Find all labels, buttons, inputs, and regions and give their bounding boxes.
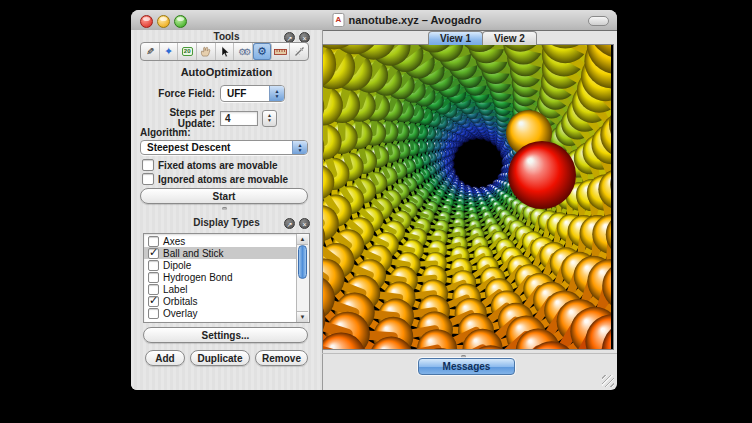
add-button[interactable]: Add (145, 350, 185, 366)
auto-rotate-tool-button[interactable]: ⚙⚙ (234, 43, 253, 60)
avogadro-window: A nanotube.xyz – Avogadro Tools ↗ × ✎ ✦ … (131, 10, 617, 390)
force-field-label: Force Field: (131, 88, 215, 99)
hand-icon (200, 46, 211, 57)
list-item-hydrogen-bond[interactable]: Hydrogen Bond (144, 271, 297, 283)
float-panel-icon[interactable]: ↗ (284, 218, 295, 229)
fixed-atoms-label: Fixed atoms are movable (158, 160, 278, 171)
list-item-label[interactable]: Label (144, 283, 297, 295)
algorithm-popup[interactable]: Steepest Descent (140, 140, 308, 155)
pencil-icon: ✎ (146, 46, 154, 57)
start-button[interactable]: Start (140, 188, 308, 204)
titlebar[interactable]: A nanotube.xyz – Avogadro (131, 10, 617, 31)
navigate-star-icon: ✦ (164, 45, 173, 58)
list-scrollbar[interactable]: ▲ ▼ (296, 234, 309, 322)
document-icon: A (332, 13, 344, 27)
left-dock: Tools ↗ × ✎ ✦ 20 ⚙⚙ ⚙ (131, 30, 323, 390)
tool-toolbar: ✎ ✦ 20 ⚙⚙ ⚙ (140, 42, 309, 61)
tab-view-2[interactable]: View 2 (482, 31, 537, 45)
list-item-ball-and-stick[interactable]: Ball and Stick (144, 247, 297, 259)
auto-optimize-tool-button[interactable]: ⚙ (253, 43, 272, 60)
autoopt-title: AutoOptimization (131, 66, 322, 78)
remove-button[interactable]: Remove (255, 350, 308, 366)
display-types-header: Display Types ↗ × (131, 216, 322, 231)
close-panel-icon[interactable]: × (299, 218, 310, 229)
display-types-list: Axes Ball and Stick Dipole Hydrogen Bond… (143, 233, 310, 323)
close-window-button[interactable] (140, 15, 153, 28)
ruler-icon (274, 48, 287, 56)
orbitals-checkbox[interactable] (148, 296, 159, 307)
messages-button[interactable]: Messages (418, 358, 515, 375)
list-item-orbitals[interactable]: Orbitals (144, 295, 297, 307)
gear-icon: ⚙ (257, 45, 267, 58)
scroll-up-icon[interactable]: ▲ (297, 234, 308, 245)
bond-angle-icon: 20 (182, 47, 193, 56)
ball-and-stick-checkbox[interactable] (148, 248, 159, 259)
force-field-popup[interactable]: UFF (220, 85, 285, 102)
ignored-atoms-checkbox[interactable] (142, 173, 154, 185)
steps-per-update-field[interactable]: 4 (220, 111, 258, 126)
list-item-overlay[interactable]: Overlay (144, 307, 297, 319)
desktop: A nanotube.xyz – Avogadro Tools ↗ × ✎ ✦ … (0, 0, 752, 423)
bond-centric-tool-button[interactable]: 20 (178, 43, 197, 60)
ignored-atoms-checkbox-row[interactable]: Ignored atoms are movable (142, 173, 288, 185)
settings-button[interactable]: Settings... (143, 327, 308, 343)
zoom-window-button[interactable] (174, 15, 187, 28)
view-tabbar: View 1 View 2 (428, 31, 536, 45)
popup-arrows-icon (292, 141, 307, 154)
overlay-checkbox[interactable] (148, 308, 159, 319)
ignored-atoms-label: Ignored atoms are movable (158, 174, 288, 185)
selection-tool-button[interactable] (216, 43, 235, 60)
fixed-atoms-checkbox-row[interactable]: Fixed atoms are movable (142, 159, 278, 171)
measure-tool-button[interactable] (272, 43, 291, 60)
duplicate-button[interactable]: Duplicate (190, 350, 250, 366)
horizontal-splitter[interactable] (322, 353, 617, 354)
toolbar-toggle-button[interactable] (588, 16, 609, 26)
resize-grip-icon[interactable] (602, 375, 614, 387)
gl-viewport[interactable] (322, 44, 614, 350)
manipulate-tool-button[interactable] (197, 43, 216, 60)
draw-tool-button[interactable]: ✎ (141, 43, 160, 60)
navigate-tool-button[interactable]: ✦ (160, 43, 179, 60)
dipole-checkbox[interactable] (148, 260, 159, 271)
algorithm-label: Algorithm: (140, 127, 191, 138)
cursor-icon (219, 46, 230, 58)
scrollbar-thumb[interactable] (298, 245, 307, 279)
steps-stepper[interactable] (262, 110, 277, 127)
scroll-down-icon[interactable]: ▼ (297, 311, 308, 322)
list-item-axes[interactable]: Axes (144, 235, 297, 247)
tab-view-1[interactable]: View 1 (428, 31, 483, 45)
nanotube-render[interactable] (323, 45, 611, 349)
splitter-handle[interactable] (222, 207, 227, 210)
window-title: A nanotube.xyz – Avogadro (332, 13, 481, 27)
steps-per-update-label: Steps per Update: (131, 107, 215, 129)
gears-icon: ⚙⚙ (238, 47, 248, 57)
hydrogen-bond-checkbox[interactable] (148, 272, 159, 283)
fixed-atoms-checkbox[interactable] (142, 159, 154, 171)
list-item-dipole[interactable]: Dipole (144, 259, 297, 271)
popup-arrows-icon (269, 86, 284, 101)
align-axis-icon (294, 46, 305, 57)
minimize-window-button[interactable] (157, 15, 170, 28)
align-tool-button[interactable] (290, 43, 308, 60)
